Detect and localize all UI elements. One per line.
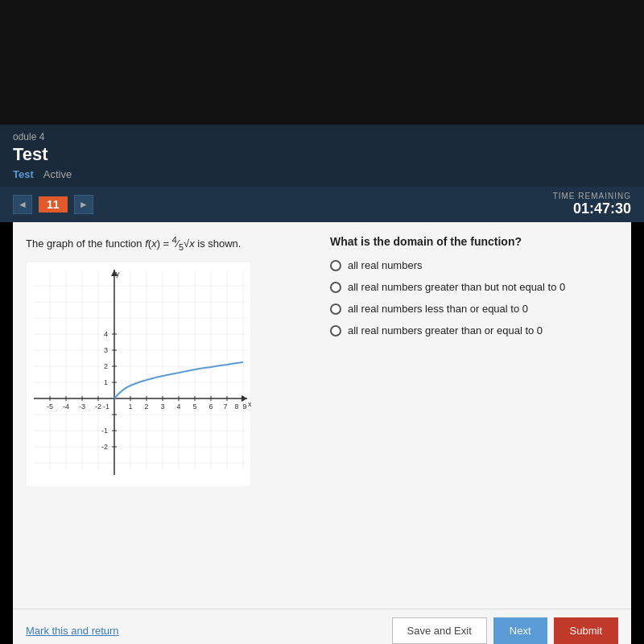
svg-text:2: 2	[104, 362, 108, 370]
svg-text:7: 7	[223, 402, 227, 411]
svg-text:-5: -5	[47, 402, 53, 411]
svg-text:-2: -2	[95, 402, 101, 411]
svg-text:y: y	[116, 270, 120, 278]
page-title: Test	[13, 144, 631, 165]
option-2-label: all real numbers greater than but not eq…	[348, 281, 565, 293]
option-4[interactable]: all real numbers greater than or equal t…	[330, 324, 618, 336]
time-label: TIME REMAINING	[553, 192, 631, 200]
module-label: odule 4	[13, 131, 631, 142]
time-value: 01:47:30	[553, 200, 631, 217]
svg-text:9: 9	[242, 402, 246, 411]
question-number: 11	[39, 196, 68, 213]
svg-text:5: 5	[192, 402, 196, 411]
save-exit-button[interactable]: Save and Exit	[392, 617, 487, 644]
radio-2[interactable]	[330, 282, 341, 293]
option-4-label: all real numbers greater than or equal t…	[348, 324, 543, 336]
prev-button[interactable]: ◄	[13, 195, 32, 214]
svg-text:-2: -2	[101, 443, 108, 451]
svg-text:-1: -1	[103, 402, 109, 411]
mark-return-link[interactable]: Mark this and return	[26, 625, 119, 637]
option-3[interactable]: all real numbers less than or equal to 0	[330, 303, 618, 315]
option-3-label: all real numbers less than or equal to 0	[348, 303, 528, 315]
question-text: The graph of the function f(x) = 4⁄5√x i…	[26, 235, 314, 252]
svg-text:8: 8	[234, 402, 238, 411]
radio-1[interactable]	[330, 260, 341, 271]
radio-3[interactable]	[330, 303, 341, 315]
svg-text:1: 1	[104, 378, 108, 386]
svg-text:3: 3	[104, 346, 108, 354]
subtitle-test: Test	[13, 168, 34, 180]
svg-rect-0	[26, 262, 251, 487]
option-1-label: all real numbers	[348, 259, 423, 271]
submit-button[interactable]: Submit	[554, 617, 618, 644]
domain-question: What is the domain of the function?	[330, 235, 618, 248]
svg-text:x: x	[248, 400, 251, 408]
graph-area: -5 -4 -3 -2 -1 1 2 3 4 5 6 7 8 9 x	[26, 262, 251, 487]
subtitle-status: Active	[43, 168, 72, 180]
svg-text:3: 3	[160, 402, 164, 411]
svg-text:-3: -3	[79, 402, 85, 411]
svg-text:6: 6	[208, 402, 213, 411]
next-nav-button[interactable]: ►	[74, 195, 93, 214]
option-2[interactable]: all real numbers greater than but not eq…	[330, 281, 618, 293]
svg-text:-1: -1	[101, 427, 108, 435]
option-1[interactable]: all real numbers	[330, 259, 618, 271]
svg-text:1: 1	[128, 402, 132, 411]
svg-text:4: 4	[104, 330, 108, 338]
next-button[interactable]: Next	[493, 617, 547, 644]
svg-text:4: 4	[176, 402, 180, 411]
radio-4[interactable]	[330, 325, 341, 336]
svg-text:2: 2	[144, 402, 148, 411]
svg-text:-4: -4	[63, 402, 69, 411]
